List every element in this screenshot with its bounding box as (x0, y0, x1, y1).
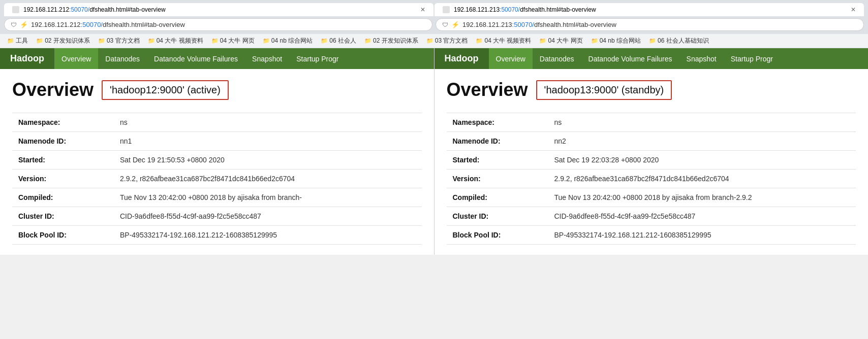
row-label: Version: (12, 170, 114, 188)
row-value: nn1 (114, 132, 422, 151)
browser-tab-1[interactable]: 192.168.121.212:50070/dfshealth.html#tab… (4, 3, 433, 16)
row-label: Block Pool ID: (12, 226, 114, 245)
bookmark-9[interactable]: 04 大牛 视频资料 (473, 36, 534, 46)
row-value: Tue Nov 13 20:42:00 +0800 2018 by ajisak… (114, 188, 422, 207)
info-table-2: Namespace: ns Namenode ID: nn2 Started: … (447, 113, 856, 245)
nav-volume-failures-1[interactable]: Datanode Volume Failures (147, 48, 245, 69)
row-value: ns (548, 113, 856, 132)
tab-favicon-1 (12, 6, 19, 13)
row-label: Namenode ID: (12, 132, 114, 151)
bookmark-11[interactable]: 04 nb 综合网站 (588, 36, 644, 46)
row-value: 2.9.2, r826afbeae31ca687bc2f8471dc841b66… (548, 170, 856, 188)
row-label: Started: (447, 151, 548, 170)
row-value: BP-495332174-192.168.121.212-16083851299… (114, 226, 422, 245)
status-badge-1: 'hadoop12:9000' (active) (102, 80, 229, 100)
nav-startup-1[interactable]: Startup Progr (289, 48, 346, 69)
table-row: Started: Sat Dec 19 22:03:28 +0800 2020 (447, 151, 856, 170)
address-row: 🛡 ⚡ 192.168.121.212:50070/dfshealth.html… (0, 16, 868, 34)
bookmark-4[interactable]: 04 大牛 网页 (208, 36, 258, 46)
bookmark-2[interactable]: 03 官方文档 (95, 36, 143, 46)
row-label: Started: (12, 151, 114, 170)
row-label: Compiled: (12, 188, 114, 207)
table-row: Started: Sat Dec 19 21:50:53 +0800 2020 (12, 151, 422, 170)
pane-1: Hadoop Overview Datanodes Datanode Volum… (0, 48, 435, 255)
nav-volume-failures-2[interactable]: Datanode Volume Failures (581, 48, 679, 69)
row-label: Cluster ID: (447, 207, 548, 226)
browser-chrome: 192.168.121.212:50070/dfshealth.html#tab… (0, 0, 868, 16)
address-text-1: 192.168.121.212:50070/dfshealth.html#tab… (31, 21, 185, 28)
page-content-1: Overview 'hadoop12:9000' (active) Namesp… (0, 69, 434, 255)
row-value: BP-495332174-192.168.121.212-16083851299… (548, 226, 856, 245)
row-value: ns (114, 113, 422, 132)
main-content: Hadoop Overview Datanodes Datanode Volum… (0, 48, 868, 255)
row-label: Cluster ID: (12, 207, 114, 226)
hadoop-nav-1: Hadoop Overview Datanodes Datanode Volum… (0, 48, 434, 69)
row-value: CID-9a6dfee8-f55d-4c9f-aa99-f2c5e58cc487 (114, 207, 422, 226)
tab-close-1[interactable]: ✕ (420, 6, 425, 13)
address-text-2: 192.168.121.213:50070/dfshealth.html#tab… (462, 21, 616, 28)
tab-close-2[interactable]: ✕ (851, 6, 856, 13)
row-value: nn2 (548, 132, 856, 151)
table-row: Version: 2.9.2, r826afbeae31ca687bc2f847… (447, 170, 856, 188)
table-row: Compiled: Tue Nov 13 20:42:00 +0800 2018… (447, 188, 856, 207)
nav-snapshot-2[interactable]: Snapshot (679, 48, 724, 69)
overview-header-1: Overview 'hadoop12:9000' (active) (12, 79, 422, 100)
page-content-2: Overview 'hadoop13:9000' (standby) Names… (435, 69, 869, 255)
table-row: Cluster ID: CID-9a6dfee8-f55d-4c9f-aa99-… (447, 207, 856, 226)
table-row: Cluster ID: CID-9a6dfee8-f55d-4c9f-aa99-… (12, 207, 422, 226)
bookmarks-bar: 工具 02 开发知识体系 03 官方文档 04 大牛 视频资料 04 大牛 网页… (0, 34, 868, 48)
overview-header-2: Overview 'hadoop13:9000' (standby) (447, 79, 856, 100)
table-row: Namenode ID: nn2 (447, 132, 856, 151)
bookmark-tools[interactable]: 工具 (4, 36, 31, 46)
info-table-1: Namespace: ns Namenode ID: nn1 Started: … (12, 113, 422, 245)
row-value: 2.9.2, r826afbeae31ca687bc2f8471dc841b66… (114, 170, 422, 188)
bookmark-7[interactable]: 02 开发知识体系 (361, 36, 421, 46)
bookmark-icon-2: ⚡ (451, 21, 459, 28)
row-label: Version: (447, 170, 548, 188)
tab-title-1: 192.168.121.212:50070/dfshealth.html#tab… (23, 6, 416, 13)
row-value: Sat Dec 19 21:50:53 +0800 2020 (114, 151, 422, 170)
lock-icon-1: 🛡 (11, 21, 17, 28)
overview-title-2: Overview (447, 79, 528, 100)
nav-overview-1[interactable]: Overview (54, 48, 98, 69)
browser-tab-2[interactable]: 192.168.121.213:50070/dfshealth.html#tab… (435, 3, 864, 16)
nav-overview-2[interactable]: Overview (489, 48, 533, 69)
bookmark-3[interactable]: 04 大牛 视频资料 (145, 36, 206, 46)
nav-snapshot-1[interactable]: Snapshot (245, 48, 289, 69)
nav-startup-2[interactable]: Startup Progr (724, 48, 780, 69)
bookmark-1[interactable]: 02 开发知识体系 (33, 36, 93, 46)
tabs-row: 192.168.121.212:50070/dfshealth.html#tab… (4, 3, 864, 16)
table-row: Namespace: ns (12, 113, 422, 132)
status-badge-2: 'hadoop13:9000' (standby) (536, 80, 672, 100)
tab-favicon-2 (443, 6, 450, 13)
row-value: CID-9a6dfee8-f55d-4c9f-aa99-f2c5e58cc487 (548, 207, 856, 226)
address-bar-2[interactable]: 🛡 ⚡ 192.168.121.213:50070/dfshealth.html… (436, 18, 864, 31)
table-row: Namespace: ns (447, 113, 856, 132)
pane-2: Hadoop Overview Datanodes Datanode Volum… (435, 48, 869, 255)
row-value: Sat Dec 19 22:03:28 +0800 2020 (548, 151, 856, 170)
hadoop-logo-1: Hadoop (0, 48, 54, 69)
bookmark-12[interactable]: 06 社会人基础知识 (646, 36, 712, 46)
lock-icon-2: 🛡 (442, 21, 448, 28)
row-label: Namespace: (12, 113, 114, 132)
nav-datanodes-2[interactable]: Datanodes (533, 48, 581, 69)
nav-datanodes-1[interactable]: Datanodes (98, 48, 147, 69)
table-row: Version: 2.9.2, r826afbeae31ca687bc2f847… (12, 170, 422, 188)
bookmark-icon-1: ⚡ (20, 21, 28, 28)
row-value: Tue Nov 13 20:42:00 +0800 2018 by ajisak… (548, 188, 856, 207)
bookmark-10[interactable]: 04 大牛 网页 (536, 36, 585, 46)
row-label: Block Pool ID: (447, 226, 548, 245)
address-bar-1[interactable]: 🛡 ⚡ 192.168.121.212:50070/dfshealth.html… (4, 18, 432, 31)
tab-title-2: 192.168.121.213:50070/dfshealth.html#tab… (454, 6, 847, 13)
hadoop-nav-2: Hadoop Overview Datanodes Datanode Volum… (435, 48, 869, 69)
bookmark-6[interactable]: 06 社会人 (318, 36, 359, 46)
overview-title-1: Overview (12, 79, 94, 100)
row-label: Compiled: (447, 188, 548, 207)
table-row: Block Pool ID: BP-495332174-192.168.121.… (447, 226, 856, 245)
row-label: Namespace: (447, 113, 548, 132)
table-row: Namenode ID: nn1 (12, 132, 422, 151)
bookmark-8[interactable]: 03 官方文档 (423, 36, 471, 46)
table-row: Compiled: Tue Nov 13 20:42:00 +0800 2018… (12, 188, 422, 207)
bookmark-5[interactable]: 04 nb 综合网站 (260, 36, 316, 46)
row-label: Namenode ID: (447, 132, 548, 151)
